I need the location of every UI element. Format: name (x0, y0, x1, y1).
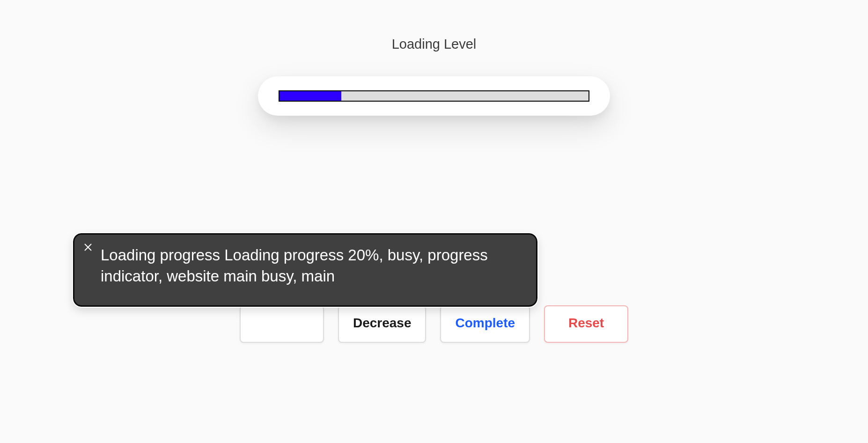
complete-button[interactable]: Complete (440, 305, 530, 343)
accessibility-tooltip: Loading progress Loading progress 20%, b… (73, 233, 537, 307)
main-container: Loading Level (0, 0, 868, 116)
progress-fill (280, 91, 341, 101)
reset-button[interactable]: Reset (544, 305, 628, 343)
decrease-button[interactable]: Decrease (338, 305, 427, 343)
progress-card (258, 76, 610, 116)
close-icon[interactable] (83, 242, 93, 252)
progress-bar (279, 90, 589, 102)
page-title: Loading Level (392, 37, 477, 52)
button-row: Decrease Complete Reset (0, 305, 868, 343)
increase-button[interactable] (240, 305, 324, 343)
tooltip-text: Loading progress Loading progress 20%, b… (101, 245, 519, 287)
